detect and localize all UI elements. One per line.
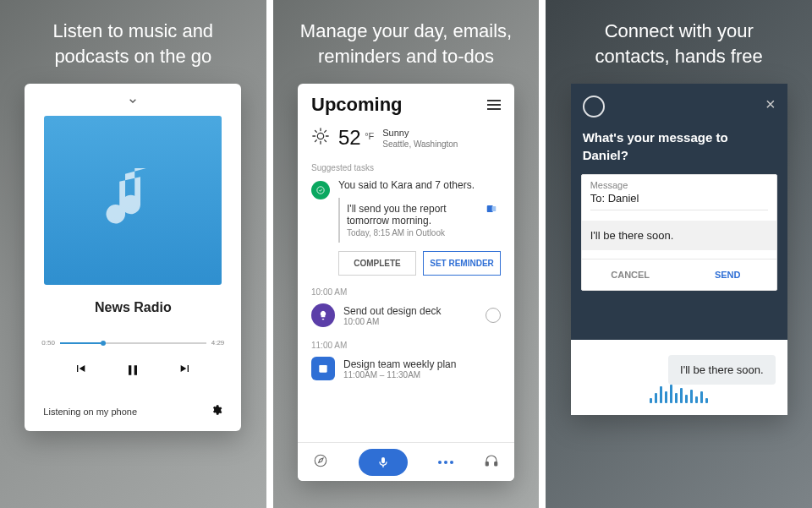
listening-label: Listening on my phone: [43, 407, 137, 417]
time-header: 11:00 AM: [298, 330, 514, 353]
svg-rect-11: [492, 206, 497, 211]
event-row[interactable]: Design team weekly plan 11:00AM – 11:30A…: [298, 353, 514, 384]
message-body[interactable]: I'll be there soon.: [582, 221, 776, 250]
bottom-nav: [298, 442, 514, 481]
task-quote-text: I'll send you the report tomorrow mornin…: [347, 203, 475, 227]
menu-icon[interactable]: [487, 100, 501, 110]
set-reminder-button[interactable]: SET REMINDER: [423, 251, 501, 276]
weather-summary: Sunny: [382, 128, 458, 138]
outlook-icon: [486, 203, 497, 215]
event-row[interactable]: Send out design deck 10:00 AM: [298, 300, 514, 330]
event-title: Send out design deck: [343, 305, 477, 317]
music-note-icon: [99, 161, 167, 240]
message-to[interactable]: To: Daniel: [590, 192, 768, 210]
headphones-icon[interactable]: [484, 453, 499, 472]
suggested-task[interactable]: You said to Kara and 7 others. I'll send…: [298, 178, 514, 277]
track-title: News Radio: [95, 300, 172, 315]
lightbulb-icon: [311, 303, 335, 327]
event-subtitle: 10:00 AM: [343, 317, 477, 326]
cancel-button[interactable]: CANCEL: [582, 259, 679, 290]
svg-rect-16: [495, 462, 497, 466]
cortana-card: × What's your message to Daniel? Message…: [571, 84, 787, 415]
chat-bubble: I'll be there soon.: [668, 355, 776, 385]
progress-end: 4:29: [211, 339, 225, 347]
pause-icon[interactable]: [124, 362, 141, 382]
svg-line-7: [315, 140, 316, 142]
checkmark-icon: [311, 181, 330, 199]
complete-button[interactable]: COMPLETE: [338, 251, 416, 276]
panel3-tagline: Connect with your contacts, hands free: [570, 19, 788, 84]
weather-unit: °F: [365, 131, 374, 141]
weather-location: Seattle, Washington: [382, 139, 458, 149]
svg-point-14: [315, 455, 326, 467]
collapse-icon[interactable]: [126, 94, 140, 111]
waveform-icon: [650, 385, 708, 403]
voice-visualizer[interactable]: [583, 385, 776, 403]
weather-row[interactable]: 52 °F Sunny Seattle, Washington: [298, 123, 514, 158]
close-icon[interactable]: ×: [765, 96, 776, 112]
svg-rect-15: [486, 462, 488, 466]
task-quote: I'll send you the report tomorrow mornin…: [338, 198, 501, 243]
chat-pane: I'll be there soon.: [571, 340, 787, 415]
time-header: 10:00 AM: [298, 277, 514, 300]
music-player-card: News Radio 0:50 4:29 Listening on my pho…: [25, 84, 241, 431]
event-title: Design team weekly plan: [343, 358, 501, 370]
message-compose: Message To: Daniel I'll be there soon. C…: [581, 174, 777, 291]
event-subtitle: 11:00AM – 11:30AM: [343, 370, 501, 380]
svg-line-5: [315, 131, 316, 133]
previous-track-icon[interactable]: [74, 362, 87, 382]
message-label: Message: [590, 180, 768, 192]
task-summary: You said to Kara and 7 others.: [338, 179, 501, 191]
svg-point-9: [317, 187, 324, 194]
svg-line-8: [325, 131, 326, 133]
next-track-icon[interactable]: [178, 362, 192, 382]
panel1-tagline: Listen to music and podcasts on the go: [28, 19, 239, 84]
cortana-ring-icon: [583, 96, 605, 117]
album-art: [44, 116, 222, 285]
progress-bar[interactable]: 0:50 4:29: [41, 339, 224, 347]
upcoming-card: Upcoming 52 °F Sunny Seattle, Washington…: [298, 84, 514, 481]
progress-start: 0:50: [41, 339, 55, 347]
svg-rect-13: [319, 365, 326, 367]
compass-icon[interactable]: [313, 453, 328, 472]
panel2-tagline: Manage your day, emails, reminders and t…: [275, 19, 537, 84]
upcoming-heading: Upcoming: [311, 94, 403, 116]
mic-button[interactable]: [359, 449, 408, 476]
svg-point-0: [317, 134, 323, 139]
cortana-prompt: What's your message to Daniel?: [571, 129, 787, 174]
task-quote-meta: Today, 8:15 AM in Outlook: [347, 228, 475, 238]
gear-icon[interactable]: [211, 404, 222, 419]
more-icon[interactable]: [438, 461, 453, 464]
suggested-tasks-label: Suggested tasks: [298, 158, 514, 178]
calendar-icon: [311, 357, 335, 380]
sun-icon: [311, 127, 330, 149]
send-button[interactable]: SEND: [679, 259, 776, 290]
weather-temp: 52: [338, 126, 361, 149]
event-checkbox[interactable]: [486, 308, 501, 323]
svg-line-6: [325, 140, 326, 142]
